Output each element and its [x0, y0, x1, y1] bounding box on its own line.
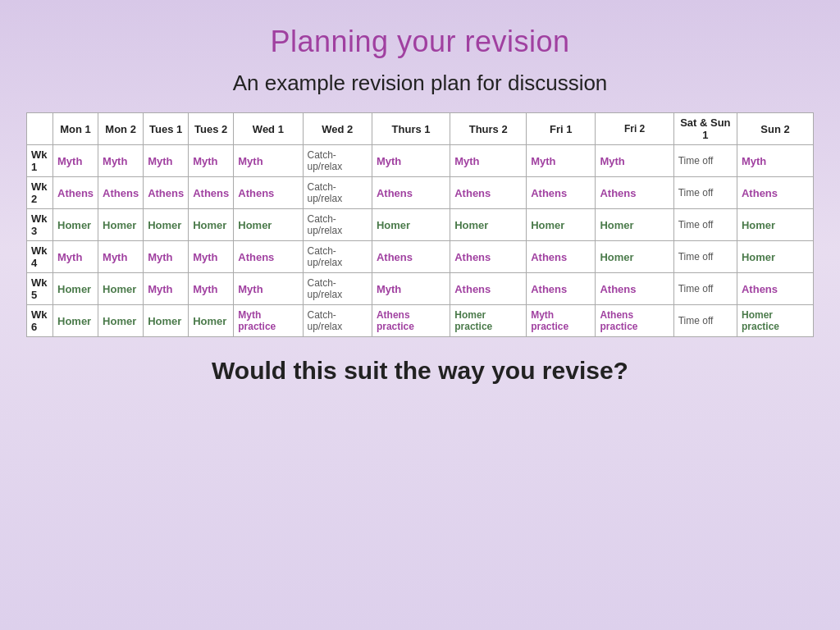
cell-r5-c8: Athens: [450, 273, 527, 305]
cell-r3-c7: Homer: [372, 209, 450, 241]
cell-r1-c2: Myth: [98, 145, 144, 177]
cell-r1-c9: Myth: [527, 145, 596, 177]
cell-r2-c4: Athens: [189, 177, 234, 209]
revision-table: Mon 1Mon 2Tues 1Tues 2Wed 1Wed 2Thurs 1T…: [26, 112, 814, 337]
cell-r2-c12: Athens: [737, 177, 813, 209]
week-label-3: Wk 3: [27, 209, 53, 241]
header-thurs-1: Thurs 1: [372, 113, 450, 145]
cell-r4-c6: Catch-up/relax: [303, 241, 372, 273]
cell-r4-c11: Time off: [673, 241, 737, 273]
cell-r2-c3: Athens: [144, 177, 189, 209]
header-sat-&-sun-1: Sat & Sun 1: [673, 113, 737, 145]
cell-r4-c10: Homer: [596, 241, 673, 273]
header-fri-2: Fri 2: [596, 113, 673, 145]
cell-r4-c8: Athens: [450, 241, 527, 273]
revision-table-container: Mon 1Mon 2Tues 1Tues 2Wed 1Wed 2Thurs 1T…: [26, 112, 814, 337]
cell-r3-c5: Homer: [234, 209, 303, 241]
table-row: Wk 6HomerHomerHomerHomerMyth practiceCat…: [27, 305, 814, 337]
cell-r2-c9: Athens: [527, 177, 596, 209]
cell-r2-c1: Athens: [53, 177, 98, 209]
cell-r6-c8: Homer practice: [450, 305, 527, 337]
cell-r1-c8: Myth: [450, 145, 527, 177]
table-row: Wk 1MythMythMythMythMythCatch-up/relaxMy…: [27, 145, 814, 177]
footer-text: Would this suit the way you revise?: [212, 357, 628, 385]
cell-r6-c7: Athens practice: [372, 305, 450, 337]
week-label-4: Wk 4: [27, 241, 53, 273]
cell-r3-c11: Time off: [673, 209, 737, 241]
subtitle: An example revision plan for discussion: [233, 71, 608, 96]
header-wed-1: Wed 1: [234, 113, 303, 145]
cell-r5-c11: Time off: [673, 273, 737, 305]
cell-r1-c6: Catch-up/relax: [303, 145, 372, 177]
cell-r5-c9: Athens: [527, 273, 596, 305]
cell-r5-c7: Myth: [372, 273, 450, 305]
header-thurs-2: Thurs 2: [450, 113, 527, 145]
cell-r4-c1: Myth: [53, 241, 98, 273]
table-row: Wk 4MythMythMythMythAthensCatch-up/relax…: [27, 241, 814, 273]
cell-r4-c4: Myth: [189, 241, 234, 273]
week-label-6: Wk 6: [27, 305, 53, 337]
cell-r3-c10: Homer: [596, 209, 673, 241]
header-wed-2: Wed 2: [303, 113, 372, 145]
cell-r4-c3: Myth: [144, 241, 189, 273]
header-sun-2: Sun 2: [737, 113, 813, 145]
cell-r6-c11: Time off: [673, 305, 737, 337]
cell-r1-c7: Myth: [372, 145, 450, 177]
header-tues-2: Tues 2: [189, 113, 234, 145]
table-row: Wk 5HomerHomerMythMythMythCatch-up/relax…: [27, 273, 814, 305]
cell-r1-c4: Myth: [189, 145, 234, 177]
cell-r3-c6: Catch-up/relax: [303, 209, 372, 241]
cell-r1-c1: Myth: [53, 145, 98, 177]
cell-r5-c12: Athens: [737, 273, 813, 305]
cell-r6-c12: Homer practice: [737, 305, 813, 337]
week-label-1: Wk 1: [27, 145, 53, 177]
cell-r6-c1: Homer: [53, 305, 98, 337]
cell-r4-c9: Athens: [527, 241, 596, 273]
cell-r6-c5: Myth practice: [234, 305, 303, 337]
cell-r3-c1: Homer: [53, 209, 98, 241]
cell-r4-c2: Myth: [98, 241, 144, 273]
cell-r1-c10: Myth: [596, 145, 673, 177]
cell-r5-c1: Homer: [53, 273, 98, 305]
cell-r2-c11: Time off: [673, 177, 737, 209]
table-row: Wk 2AthensAthensAthensAthensAthensCatch-…: [27, 177, 814, 209]
cell-r5-c6: Catch-up/relax: [303, 273, 372, 305]
header-mon-1: Mon 1: [53, 113, 98, 145]
cell-r6-c10: Athens practice: [596, 305, 673, 337]
cell-r4-c5: Athens: [234, 241, 303, 273]
cell-r2-c7: Athens: [372, 177, 450, 209]
cell-r2-c8: Athens: [450, 177, 527, 209]
cell-r3-c4: Homer: [189, 209, 234, 241]
cell-r5-c3: Myth: [144, 273, 189, 305]
cell-r6-c2: Homer: [98, 305, 144, 337]
cell-r6-c9: Myth practice: [527, 305, 596, 337]
cell-r6-c6: Catch-up/relax: [303, 305, 372, 337]
table-row: Wk 3HomerHomerHomerHomerHomerCatch-up/re…: [27, 209, 814, 241]
cell-r1-c11: Time off: [673, 145, 737, 177]
cell-r5-c2: Homer: [98, 273, 144, 305]
cell-r5-c4: Myth: [189, 273, 234, 305]
table-header-row: Mon 1Mon 2Tues 1Tues 2Wed 1Wed 2Thurs 1T…: [27, 113, 814, 145]
cell-r4-c12: Homer: [737, 241, 813, 273]
header-week: [27, 113, 53, 145]
header-fri-1: Fri 1: [527, 113, 596, 145]
cell-r1-c5: Myth: [234, 145, 303, 177]
cell-r3-c9: Homer: [527, 209, 596, 241]
cell-r1-c12: Myth: [737, 145, 813, 177]
cell-r2-c6: Catch-up/relax: [303, 177, 372, 209]
cell-r5-c5: Myth: [234, 273, 303, 305]
cell-r2-c5: Athens: [234, 177, 303, 209]
header-mon-2: Mon 2: [98, 113, 144, 145]
cell-r2-c2: Athens: [98, 177, 144, 209]
cell-r1-c3: Myth: [144, 145, 189, 177]
cell-r3-c12: Homer: [737, 209, 813, 241]
page-title: Planning your revision: [270, 25, 569, 59]
cell-r6-c3: Homer: [144, 305, 189, 337]
cell-r3-c8: Homer: [450, 209, 527, 241]
cell-r3-c2: Homer: [98, 209, 144, 241]
header-tues-1: Tues 1: [144, 113, 189, 145]
cell-r4-c7: Athens: [372, 241, 450, 273]
cell-r6-c4: Homer: [189, 305, 234, 337]
cell-r3-c3: Homer: [144, 209, 189, 241]
week-label-5: Wk 5: [27, 273, 53, 305]
